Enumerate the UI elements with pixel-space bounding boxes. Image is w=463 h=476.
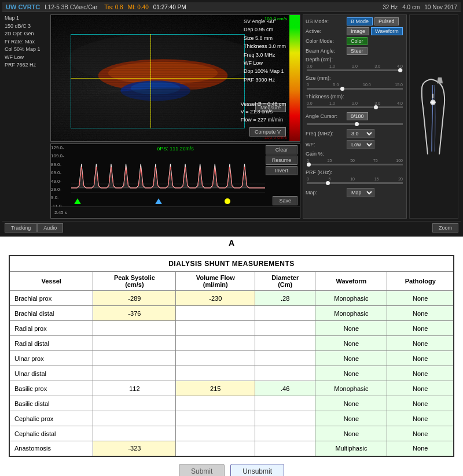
col-vessel: Vessel bbox=[9, 272, 93, 291]
us-bottom-bar: Tracking Audio Zoom bbox=[2, 221, 461, 234]
cell-volume-flow bbox=[176, 336, 255, 351]
angle-slider-thumb bbox=[355, 122, 359, 126]
body-outline-svg bbox=[414, 76, 454, 157]
form-buttons: Submit Unsubmit bbox=[9, 457, 454, 477]
angle-cursor-button[interactable]: 0/180 bbox=[347, 112, 368, 120]
cell-diameter bbox=[255, 396, 315, 411]
cell-waveform: None bbox=[315, 336, 387, 351]
freq-text: Freq 3.0 MHz bbox=[244, 51, 286, 59]
color-button[interactable]: Color bbox=[347, 37, 368, 45]
cell-volume-flow bbox=[176, 306, 255, 321]
resume-button[interactable]: Resume bbox=[266, 156, 297, 165]
table-row: Basilic distalNoneNone bbox=[9, 396, 454, 411]
prf-ctrl-label: PRF (KHz): bbox=[306, 169, 345, 175]
prf-slider-area: 05101520 bbox=[306, 177, 404, 186]
cell-waveform: Monophasic bbox=[315, 306, 387, 321]
submit-button[interactable]: Submit bbox=[179, 464, 225, 477]
invert-button[interactable]: Invert bbox=[266, 166, 297, 175]
cell-peak-systolic: -289 bbox=[93, 291, 176, 306]
steer-button[interactable]: Steer bbox=[347, 47, 368, 55]
table-row: Radial distalNoneNone bbox=[9, 336, 454, 351]
prf-row: PRF (KHz): bbox=[306, 169, 404, 175]
size-slider[interactable] bbox=[307, 88, 403, 90]
tracking-button[interactable]: Tracking bbox=[5, 223, 37, 233]
cell-peak-systolic bbox=[93, 366, 176, 381]
col-pathology: Pathology bbox=[387, 272, 454, 291]
save-button[interactable]: Save bbox=[273, 196, 297, 205]
wf-text: WF Low bbox=[244, 59, 286, 67]
compute-v-button[interactable]: Compute V bbox=[249, 127, 286, 136]
thickness-slider[interactable] bbox=[307, 106, 403, 108]
depth-value: 4.0 cm bbox=[402, 4, 420, 10]
angle-slider[interactable] bbox=[307, 123, 403, 125]
cell-vessel: Brachial distal bbox=[9, 306, 93, 321]
us-overlay-text: SV Angle -60° Dep 0.95 cm Size 5.8 mm Th… bbox=[244, 17, 286, 84]
cell-vessel: Brachial prox bbox=[9, 291, 93, 306]
gain-slider-thumb bbox=[307, 163, 311, 167]
color-mode-label: Color Mode: bbox=[306, 38, 345, 44]
table-row: Radial proxNoneNone bbox=[9, 321, 454, 336]
fr-label: Fr Rate: Max bbox=[5, 38, 48, 46]
cell-volume-flow bbox=[176, 366, 255, 381]
color-mode-row: Color Mode: Color bbox=[306, 37, 404, 45]
audio-button[interactable]: Audio bbox=[37, 223, 63, 233]
gain-slider[interactable] bbox=[307, 164, 403, 165]
beam-angle-row: Beam Angle: Steer bbox=[306, 47, 404, 55]
cell-pathology: None bbox=[387, 426, 454, 441]
blue-triangle-marker bbox=[155, 198, 162, 204]
axis-label-5: 29.0- bbox=[51, 187, 71, 192]
active-row: Active: Image Waveform bbox=[306, 27, 404, 35]
cell-vessel: Cephalic distal bbox=[9, 426, 93, 441]
cell-waveform: None bbox=[315, 351, 387, 366]
cell-vessel: Cephalic prox bbox=[9, 411, 93, 426]
table-row: Ulnar distalNoneNone bbox=[9, 366, 454, 381]
cell-vessel: Basilic prox bbox=[9, 381, 93, 396]
col-waveform: Waveform bbox=[315, 272, 387, 291]
beam-angle-label: Beam Angle: bbox=[306, 48, 345, 54]
cell-volume-flow bbox=[176, 441, 255, 456]
cell-diameter bbox=[255, 411, 315, 426]
col-diameter: Diameter(Cm) bbox=[255, 272, 315, 291]
angle-cursor-row: Angle Cursor: 0/180 bbox=[306, 112, 404, 120]
unsubmit-button[interactable]: Unsubmit bbox=[230, 464, 284, 477]
wf-select[interactable]: LowMediumHigh bbox=[347, 140, 374, 149]
map-select[interactable]: Map 1Map 2Map 3 bbox=[347, 188, 374, 197]
cell-vessel: Radial distal bbox=[9, 336, 93, 351]
cell-vessel: Ulnar prox bbox=[9, 351, 93, 366]
col-peak-systolic: Peak Systolic(cm/s) bbox=[93, 272, 176, 291]
table-row: Anastomosis-323MultiphasicNone bbox=[9, 441, 454, 456]
cell-diameter bbox=[255, 306, 315, 321]
b-mode-button[interactable]: B Mode bbox=[347, 17, 373, 25]
dep-text: Dep 0.95 cm bbox=[244, 25, 286, 34]
cell-waveform: Monophasic bbox=[315, 291, 387, 306]
db-label: 150 dB/C 3 bbox=[5, 23, 48, 31]
logo: UW CVRTC bbox=[6, 3, 40, 10]
green-triangle-marker bbox=[74, 198, 81, 204]
axis-label-4: 49.0- bbox=[51, 179, 71, 184]
prf-text: PRF 3000 Hz bbox=[244, 76, 286, 84]
wf-ctrl-label: WF: bbox=[306, 142, 345, 147]
doppler-waveform-svg bbox=[71, 147, 265, 204]
depth-slider[interactable] bbox=[307, 69, 403, 71]
mi-value: MI: 0.40 bbox=[128, 4, 149, 10]
axis-label-3: 69.0- bbox=[51, 170, 71, 175]
size-scale-labels: 05.010.015.0 bbox=[307, 83, 403, 87]
us-center: 100.0 cm/s -100.0 cm/s SV Angle -60° Dep… bbox=[50, 14, 300, 219]
cell-pathology: None bbox=[387, 321, 454, 336]
opt-label: 2D Opt: Gen bbox=[5, 30, 48, 38]
pulsed-button[interactable]: Pulsed bbox=[374, 17, 399, 25]
date-value: 10 Nov 2017 bbox=[424, 4, 457, 10]
prf-slider[interactable] bbox=[307, 182, 403, 184]
image-button[interactable]: Image bbox=[347, 27, 369, 35]
freq-select[interactable]: 3.04.06.0 bbox=[347, 129, 374, 138]
zoom-button[interactable]: Zoom bbox=[432, 223, 458, 233]
cell-waveform: None bbox=[315, 366, 387, 381]
table-row: Ulnar proxNoneNone bbox=[9, 351, 454, 366]
depth-slider-thumb bbox=[398, 68, 402, 72]
thickness-scale-labels: 0.01.02.03.04.0 bbox=[307, 101, 403, 105]
waveform-button[interactable]: Waveform bbox=[371, 27, 403, 35]
cell-volume-flow: 215 bbox=[176, 381, 255, 396]
clear-button[interactable]: Clear bbox=[266, 145, 297, 154]
size-label: Size (mm): bbox=[306, 75, 345, 81]
us-image-area: 100.0 cm/s -100.0 cm/s SV Angle -60° Dep… bbox=[50, 14, 300, 142]
